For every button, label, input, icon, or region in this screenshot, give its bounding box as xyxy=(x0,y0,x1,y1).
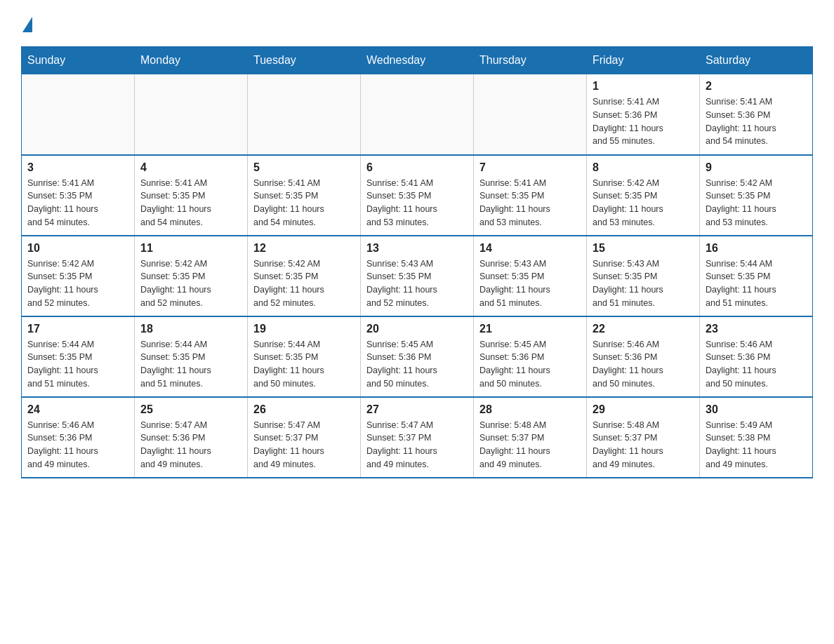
day-number: 8 xyxy=(593,161,694,174)
logo-triangle-icon xyxy=(22,17,32,32)
day-info: Sunrise: 5:47 AMSunset: 5:37 PMDaylight:… xyxy=(366,419,468,471)
calendar-cell xyxy=(248,74,361,155)
day-number: 3 xyxy=(27,161,128,174)
calendar-cell xyxy=(135,74,248,155)
day-number: 19 xyxy=(253,323,355,335)
day-number: 14 xyxy=(479,242,581,255)
calendar-cell: 4Sunrise: 5:41 AMSunset: 5:35 PMDaylight… xyxy=(135,155,248,236)
day-of-week-header: Sunday xyxy=(22,47,135,74)
calendar-cell: 15Sunrise: 5:43 AMSunset: 5:35 PMDayligh… xyxy=(587,236,700,316)
day-number: 11 xyxy=(140,242,241,255)
day-info: Sunrise: 5:48 AMSunset: 5:37 PMDaylight:… xyxy=(593,419,694,471)
day-info: Sunrise: 5:48 AMSunset: 5:37 PMDaylight:… xyxy=(479,419,581,471)
day-of-week-header: Saturday xyxy=(700,47,813,74)
calendar-week-row: 1Sunrise: 5:41 AMSunset: 5:36 PMDaylight… xyxy=(22,74,813,155)
day-number: 17 xyxy=(27,323,128,335)
calendar-cell: 22Sunrise: 5:46 AMSunset: 5:36 PMDayligh… xyxy=(587,316,700,397)
logo xyxy=(21,14,32,32)
day-number: 12 xyxy=(253,242,355,255)
day-info: Sunrise: 5:47 AMSunset: 5:37 PMDaylight:… xyxy=(253,419,355,471)
day-info: Sunrise: 5:44 AMSunset: 5:35 PMDaylight:… xyxy=(706,257,807,310)
day-info: Sunrise: 5:46 AMSunset: 5:36 PMDaylight:… xyxy=(593,338,694,391)
calendar-cell: 23Sunrise: 5:46 AMSunset: 5:36 PMDayligh… xyxy=(700,316,813,397)
day-of-week-header: Monday xyxy=(135,47,248,74)
day-number: 6 xyxy=(366,161,468,174)
calendar-cell: 10Sunrise: 5:42 AMSunset: 5:35 PMDayligh… xyxy=(22,236,135,316)
calendar-cell: 5Sunrise: 5:41 AMSunset: 5:35 PMDaylight… xyxy=(248,155,361,236)
calendar-cell: 28Sunrise: 5:48 AMSunset: 5:37 PMDayligh… xyxy=(474,397,587,478)
day-info: Sunrise: 5:47 AMSunset: 5:36 PMDaylight:… xyxy=(140,419,241,471)
day-number: 22 xyxy=(593,323,694,335)
calendar-cell: 6Sunrise: 5:41 AMSunset: 5:35 PMDaylight… xyxy=(361,155,474,236)
calendar-cell: 20Sunrise: 5:45 AMSunset: 5:36 PMDayligh… xyxy=(361,316,474,397)
day-info: Sunrise: 5:41 AMSunset: 5:35 PMDaylight:… xyxy=(366,177,468,229)
day-number: 15 xyxy=(593,242,694,255)
page-header xyxy=(21,14,813,32)
calendar-cell: 11Sunrise: 5:42 AMSunset: 5:35 PMDayligh… xyxy=(135,236,248,316)
day-info: Sunrise: 5:46 AMSunset: 5:36 PMDaylight:… xyxy=(706,338,807,391)
day-info: Sunrise: 5:43 AMSunset: 5:35 PMDaylight:… xyxy=(479,257,581,310)
calendar-cell: 25Sunrise: 5:47 AMSunset: 5:36 PMDayligh… xyxy=(135,397,248,478)
day-number: 21 xyxy=(479,323,581,335)
day-number: 9 xyxy=(706,161,807,174)
calendar-cell: 27Sunrise: 5:47 AMSunset: 5:37 PMDayligh… xyxy=(361,397,474,478)
calendar-cell xyxy=(474,74,587,155)
calendar-cell: 19Sunrise: 5:44 AMSunset: 5:35 PMDayligh… xyxy=(248,316,361,397)
day-info: Sunrise: 5:44 AMSunset: 5:35 PMDaylight:… xyxy=(27,338,128,391)
day-number: 25 xyxy=(140,403,241,416)
day-info: Sunrise: 5:44 AMSunset: 5:35 PMDaylight:… xyxy=(140,338,241,391)
day-of-week-header: Wednesday xyxy=(361,47,474,74)
day-info: Sunrise: 5:41 AMSunset: 5:35 PMDaylight:… xyxy=(253,177,355,229)
day-number: 26 xyxy=(253,403,355,416)
day-of-week-header: Friday xyxy=(587,47,700,74)
day-info: Sunrise: 5:42 AMSunset: 5:35 PMDaylight:… xyxy=(140,257,241,310)
calendar-cell: 12Sunrise: 5:42 AMSunset: 5:35 PMDayligh… xyxy=(248,236,361,316)
day-info: Sunrise: 5:41 AMSunset: 5:36 PMDaylight:… xyxy=(593,95,694,148)
calendar-cell: 18Sunrise: 5:44 AMSunset: 5:35 PMDayligh… xyxy=(135,316,248,397)
calendar-week-row: 3Sunrise: 5:41 AMSunset: 5:35 PMDaylight… xyxy=(22,155,813,236)
calendar-cell: 3Sunrise: 5:41 AMSunset: 5:35 PMDaylight… xyxy=(22,155,135,236)
day-of-week-header: Tuesday xyxy=(248,47,361,74)
day-number: 10 xyxy=(27,242,128,255)
day-number: 2 xyxy=(706,80,807,93)
day-number: 23 xyxy=(706,323,807,335)
day-number: 28 xyxy=(479,403,581,416)
day-number: 29 xyxy=(593,403,694,416)
calendar-header-row: SundayMondayTuesdayWednesdayThursdayFrid… xyxy=(22,47,813,74)
day-number: 27 xyxy=(366,403,468,416)
calendar-cell xyxy=(361,74,474,155)
calendar-cell: 17Sunrise: 5:44 AMSunset: 5:35 PMDayligh… xyxy=(22,316,135,397)
logo-top xyxy=(21,14,32,32)
day-info: Sunrise: 5:46 AMSunset: 5:36 PMDaylight:… xyxy=(27,419,128,471)
calendar-cell: 13Sunrise: 5:43 AMSunset: 5:35 PMDayligh… xyxy=(361,236,474,316)
day-info: Sunrise: 5:49 AMSunset: 5:38 PMDaylight:… xyxy=(706,419,807,471)
day-info: Sunrise: 5:42 AMSunset: 5:35 PMDaylight:… xyxy=(253,257,355,310)
day-info: Sunrise: 5:43 AMSunset: 5:35 PMDaylight:… xyxy=(593,257,694,310)
day-info: Sunrise: 5:44 AMSunset: 5:35 PMDaylight:… xyxy=(253,338,355,391)
calendar-cell: 16Sunrise: 5:44 AMSunset: 5:35 PMDayligh… xyxy=(700,236,813,316)
calendar-cell: 29Sunrise: 5:48 AMSunset: 5:37 PMDayligh… xyxy=(587,397,700,478)
day-number: 30 xyxy=(706,403,807,416)
calendar-cell: 7Sunrise: 5:41 AMSunset: 5:35 PMDaylight… xyxy=(474,155,587,236)
calendar-cell xyxy=(22,74,135,155)
day-info: Sunrise: 5:45 AMSunset: 5:36 PMDaylight:… xyxy=(366,338,468,391)
calendar-cell: 24Sunrise: 5:46 AMSunset: 5:36 PMDayligh… xyxy=(22,397,135,478)
day-number: 16 xyxy=(706,242,807,255)
day-info: Sunrise: 5:42 AMSunset: 5:35 PMDaylight:… xyxy=(593,177,694,229)
calendar-cell: 14Sunrise: 5:43 AMSunset: 5:35 PMDayligh… xyxy=(474,236,587,316)
day-number: 1 xyxy=(593,80,694,93)
day-info: Sunrise: 5:42 AMSunset: 5:35 PMDaylight:… xyxy=(706,177,807,229)
day-info: Sunrise: 5:41 AMSunset: 5:36 PMDaylight:… xyxy=(706,95,807,148)
day-number: 18 xyxy=(140,323,241,335)
calendar-table: SundayMondayTuesdayWednesdayThursdayFrid… xyxy=(21,46,813,478)
day-number: 20 xyxy=(366,323,468,335)
day-info: Sunrise: 5:41 AMSunset: 5:35 PMDaylight:… xyxy=(27,177,128,229)
day-number: 4 xyxy=(140,161,241,174)
calendar-cell: 21Sunrise: 5:45 AMSunset: 5:36 PMDayligh… xyxy=(474,316,587,397)
day-number: 24 xyxy=(27,403,128,416)
day-info: Sunrise: 5:45 AMSunset: 5:36 PMDaylight:… xyxy=(479,338,581,391)
day-info: Sunrise: 5:41 AMSunset: 5:35 PMDaylight:… xyxy=(479,177,581,229)
calendar-cell: 26Sunrise: 5:47 AMSunset: 5:37 PMDayligh… xyxy=(248,397,361,478)
day-number: 5 xyxy=(253,161,355,174)
calendar-cell: 1Sunrise: 5:41 AMSunset: 5:36 PMDaylight… xyxy=(587,74,700,155)
